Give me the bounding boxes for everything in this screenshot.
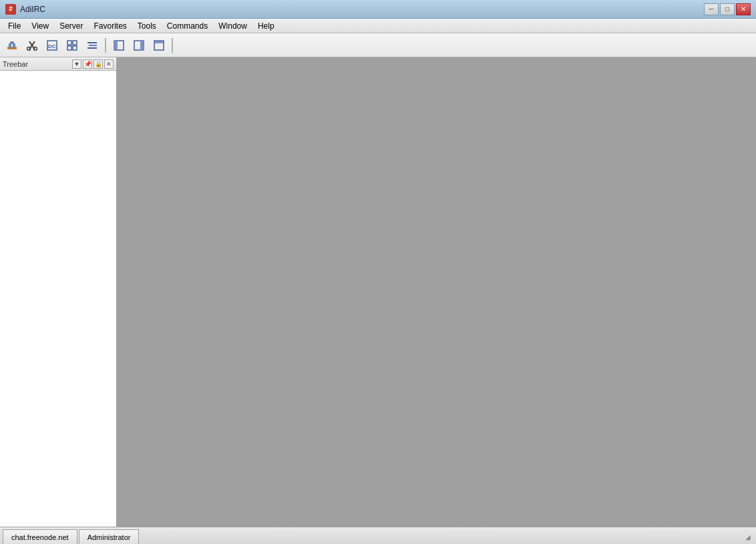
svg-rect-12 [67,46,71,50]
svg-rect-18 [114,41,118,50]
menu-bar: File View Server Favorites Tools Command… [0,19,756,33]
app-icon: # [5,4,16,15]
toolbar-list-button[interactable] [83,37,102,54]
toolbar-dcc-button[interactable]: DC [43,37,61,54]
title-text: AdiIRC [20,5,45,14]
toolbar-connect-button[interactable] [3,37,21,54]
treebar-close-button[interactable]: ✕ [104,59,114,69]
treebar-lock-button[interactable]: 🔒 [93,59,103,69]
menu-commands[interactable]: Commands [162,19,213,33]
minimize-button[interactable]: ─ [704,3,719,15]
workspace [117,57,756,527]
toolbar-grid-button[interactable] [63,37,81,54]
svg-rect-11 [73,41,77,45]
menu-favorites[interactable]: Favorites [88,19,132,33]
svg-rect-15 [89,45,97,46]
toolbar-separator-1 [105,38,106,53]
menu-server[interactable]: Server [54,19,88,33]
svg-rect-13 [73,46,77,50]
treebar-label: Treebar [3,60,71,68]
menu-help[interactable]: Help [252,19,280,33]
treebar-pin-button[interactable]: 📌 [83,59,92,69]
menu-window[interactable]: Window [213,19,252,33]
toolbar-left-button[interactable] [110,37,128,54]
menu-file[interactable]: File [3,19,26,33]
svg-rect-20 [140,41,144,50]
svg-rect-10 [67,41,71,45]
treebar-header: Treebar ▼ 📌 🔒 ✕ [0,57,116,71]
toolbar-cut-button[interactable] [23,37,41,54]
tab-administrator[interactable]: Administrator [79,529,140,544]
menu-tools[interactable]: Tools [132,19,162,33]
toolbar: DC [0,33,756,57]
svg-rect-14 [87,42,97,43]
toolbar-right-button[interactable] [130,37,148,54]
toolbar-window-button[interactable] [150,37,168,54]
svg-rect-3 [10,41,14,44]
window-controls: ─ □ ✕ [704,3,751,15]
resize-grip: ◢ [745,533,755,543]
maximize-button[interactable]: □ [720,3,735,15]
toolbar-separator-2 [172,38,173,53]
treebar: Treebar ▼ 📌 🔒 ✕ [0,57,117,527]
svg-rect-16 [87,47,97,49]
svg-point-7 [34,47,37,50]
svg-rect-22 [155,41,163,43]
main-content: Treebar ▼ 📌 🔒 ✕ [0,57,756,527]
menu-view[interactable]: View [26,19,54,33]
title-left: # AdiIRC [5,4,45,15]
close-button[interactable]: ✕ [736,3,751,15]
treebar-dropdown-button[interactable]: ▼ [72,59,81,69]
title-bar: # AdiIRC ─ □ ✕ [0,0,756,19]
tab-chat-freenode[interactable]: chat.freenode.net [3,529,77,544]
treebar-content [0,71,116,527]
bottom-bar: chat.freenode.net Administrator ◢ [0,527,756,544]
svg-point-6 [27,47,31,50]
svg-text:DC: DC [48,43,56,49]
